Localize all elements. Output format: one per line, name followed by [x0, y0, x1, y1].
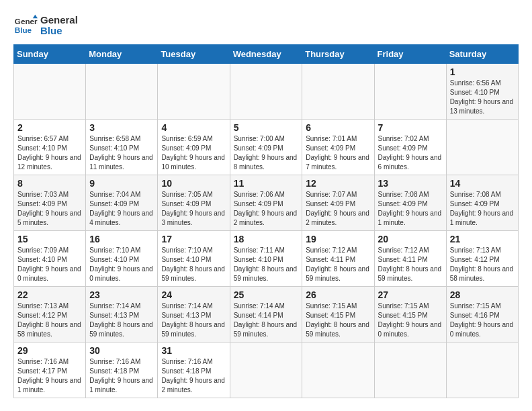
calendar-day: 7Sunrise: 7:02 AMSunset: 4:09 PMDaylight…	[374, 120, 446, 175]
day-info: Sunrise: 7:08 AMSunset: 4:09 PMDaylight:…	[378, 191, 442, 226]
day-info: Sunrise: 7:08 AMSunset: 4:09 PMDaylight:…	[450, 191, 514, 226]
day-number: 26	[306, 289, 370, 300]
day-number: 14	[450, 178, 515, 189]
day-info: Sunrise: 7:03 AMSunset: 4:09 PMDaylight:…	[17, 191, 81, 226]
day-number: 31	[161, 345, 226, 356]
calendar-day: 28Sunrise: 7:15 AMSunset: 4:16 PMDayligh…	[446, 287, 518, 342]
day-info: Sunrise: 6:58 AMSunset: 4:10 PMDaylight:…	[89, 135, 153, 171]
calendar-week-row: 1Sunrise: 6:56 AMSunset: 4:10 PMDaylight…	[14, 64, 519, 120]
day-info: Sunrise: 7:16 AMSunset: 4:18 PMDaylight:…	[161, 358, 225, 394]
calendar-week-row: 29Sunrise: 7:16 AMSunset: 4:17 PMDayligh…	[14, 342, 519, 398]
header-sunday: Sunday	[14, 45, 86, 64]
day-number: 21	[450, 234, 515, 244]
header-wednesday: Wednesday	[230, 45, 302, 64]
day-number: 20	[378, 234, 443, 244]
day-info: Sunrise: 7:16 AMSunset: 4:17 PMDaylight:…	[17, 358, 81, 394]
day-number: 23	[89, 289, 154, 300]
day-info: Sunrise: 7:07 AMSunset: 4:09 PMDaylight:…	[306, 191, 369, 226]
empty-cell	[14, 64, 86, 120]
day-info: Sunrise: 6:56 AMSunset: 4:10 PMDaylight:…	[450, 79, 514, 115]
day-number: 15	[17, 234, 82, 244]
calendar-day: 26Sunrise: 7:15 AMSunset: 4:15 PMDayligh…	[302, 287, 374, 342]
day-info: Sunrise: 6:57 AMSunset: 4:10 PMDaylight:…	[17, 135, 81, 171]
calendar-day: 9Sunrise: 7:04 AMSunset: 4:09 PMDaylight…	[86, 175, 158, 231]
day-info: Sunrise: 6:59 AMSunset: 4:09 PMDaylight:…	[161, 135, 225, 171]
logo-general: General	[40, 15, 78, 26]
day-info: Sunrise: 7:01 AMSunset: 4:09 PMDaylight:…	[306, 135, 369, 171]
day-info: Sunrise: 7:15 AMSunset: 4:16 PMDaylight:…	[450, 302, 514, 338]
empty-cell	[374, 64, 446, 120]
day-info: Sunrise: 7:10 AMSunset: 4:10 PMDaylight:…	[89, 246, 153, 282]
calendar-day: 29Sunrise: 7:16 AMSunset: 4:17 PMDayligh…	[14, 342, 86, 398]
day-number: 4	[161, 122, 226, 133]
empty-cell	[302, 64, 374, 120]
day-info: Sunrise: 7:15 AMSunset: 4:15 PMDaylight:…	[306, 302, 369, 338]
calendar-day: 1Sunrise: 6:56 AMSunset: 4:10 PMDaylight…	[446, 64, 518, 120]
calendar-week-row: 2Sunrise: 6:57 AMSunset: 4:10 PMDaylight…	[14, 120, 519, 175]
empty-cell	[158, 64, 230, 120]
calendar-day: 19Sunrise: 7:12 AMSunset: 4:11 PMDayligh…	[302, 231, 374, 287]
calendar-day: 24Sunrise: 7:14 AMSunset: 4:13 PMDayligh…	[158, 287, 230, 342]
calendar-day: 23Sunrise: 7:14 AMSunset: 4:13 PMDayligh…	[86, 287, 158, 342]
day-info: Sunrise: 7:05 AMSunset: 4:09 PMDaylight:…	[161, 191, 225, 226]
calendar-day: 17Sunrise: 7:10 AMSunset: 4:10 PMDayligh…	[158, 231, 230, 287]
day-number: 19	[306, 234, 370, 244]
logo-blue: Blue	[40, 26, 78, 37]
day-number: 10	[161, 178, 226, 189]
day-info: Sunrise: 7:04 AMSunset: 4:09 PMDaylight:…	[89, 191, 153, 226]
logo: General Blue General Blue	[13, 13, 78, 38]
day-info: Sunrise: 7:06 AMSunset: 4:09 PMDaylight:…	[234, 191, 298, 226]
day-number: 2	[17, 122, 82, 133]
svg-text:Blue: Blue	[15, 26, 32, 34]
day-number: 16	[89, 234, 154, 244]
calendar-day: 25Sunrise: 7:14 AMSunset: 4:14 PMDayligh…	[230, 287, 302, 342]
day-info: Sunrise: 7:00 AMSunset: 4:09 PMDaylight:…	[234, 135, 298, 171]
calendar-day: 16Sunrise: 7:10 AMSunset: 4:10 PMDayligh…	[86, 231, 158, 287]
day-number: 12	[306, 178, 370, 189]
day-number: 11	[234, 178, 299, 189]
day-number: 27	[378, 289, 443, 300]
day-number: 29	[17, 345, 82, 356]
day-info: Sunrise: 7:15 AMSunset: 4:15 PMDaylight:…	[378, 302, 442, 338]
day-info: Sunrise: 7:12 AMSunset: 4:11 PMDaylight:…	[306, 246, 369, 282]
day-number: 3	[89, 122, 154, 133]
day-number: 17	[161, 234, 226, 244]
day-info: Sunrise: 7:02 AMSunset: 4:09 PMDaylight:…	[378, 135, 442, 171]
calendar-day: 5Sunrise: 7:00 AMSunset: 4:09 PMDaylight…	[230, 120, 302, 175]
day-number: 24	[161, 289, 226, 300]
day-number: 1	[450, 66, 515, 77]
header-monday: Monday	[86, 45, 158, 64]
calendar-day: 8Sunrise: 7:03 AMSunset: 4:09 PMDaylight…	[14, 175, 86, 231]
calendar-day: 10Sunrise: 7:05 AMSunset: 4:09 PMDayligh…	[158, 175, 230, 231]
day-info: Sunrise: 7:10 AMSunset: 4:10 PMDaylight:…	[161, 246, 225, 282]
calendar-day: 3Sunrise: 6:58 AMSunset: 4:10 PMDaylight…	[86, 120, 158, 175]
day-info: Sunrise: 7:14 AMSunset: 4:13 PMDaylight:…	[161, 302, 225, 338]
day-number: 22	[17, 289, 82, 300]
day-info: Sunrise: 7:11 AMSunset: 4:10 PMDaylight:…	[234, 246, 298, 282]
empty-cell	[230, 64, 302, 120]
day-info: Sunrise: 7:09 AMSunset: 4:10 PMDaylight:…	[17, 246, 81, 282]
day-number: 13	[378, 178, 443, 189]
calendar-day: 31Sunrise: 7:16 AMSunset: 4:18 PMDayligh…	[158, 342, 230, 398]
day-info: Sunrise: 7:13 AMSunset: 4:12 PMDaylight:…	[450, 246, 514, 282]
calendar-day: 14Sunrise: 7:08 AMSunset: 4:09 PMDayligh…	[446, 175, 518, 231]
calendar-header-row: SundayMondayTuesdayWednesdayThursdayFrid…	[14, 45, 519, 64]
calendar-week-row: 22Sunrise: 7:13 AMSunset: 4:12 PMDayligh…	[14, 287, 519, 342]
calendar-day: 27Sunrise: 7:15 AMSunset: 4:15 PMDayligh…	[374, 287, 446, 342]
header-saturday: Saturday	[446, 45, 518, 64]
calendar-body: 1Sunrise: 6:56 AMSunset: 4:10 PMDaylight…	[14, 64, 519, 398]
calendar-day: 2Sunrise: 6:57 AMSunset: 4:10 PMDaylight…	[14, 120, 86, 175]
empty-cell	[230, 342, 302, 398]
header: General Blue General Blue	[13, 13, 519, 38]
header-thursday: Thursday	[302, 45, 374, 64]
day-number: 9	[89, 178, 154, 189]
empty-cell	[86, 64, 158, 120]
calendar-day: 11Sunrise: 7:06 AMSunset: 4:09 PMDayligh…	[230, 175, 302, 231]
calendar-week-row: 8Sunrise: 7:03 AMSunset: 4:09 PMDaylight…	[14, 175, 519, 231]
day-info: Sunrise: 7:14 AMSunset: 4:13 PMDaylight:…	[89, 302, 153, 338]
calendar-day: 21Sunrise: 7:13 AMSunset: 4:12 PMDayligh…	[446, 231, 518, 287]
day-info: Sunrise: 7:13 AMSunset: 4:12 PMDaylight:…	[17, 302, 81, 338]
day-number: 18	[234, 234, 299, 244]
day-number: 25	[234, 289, 299, 300]
calendar-day: 18Sunrise: 7:11 AMSunset: 4:10 PMDayligh…	[230, 231, 302, 287]
